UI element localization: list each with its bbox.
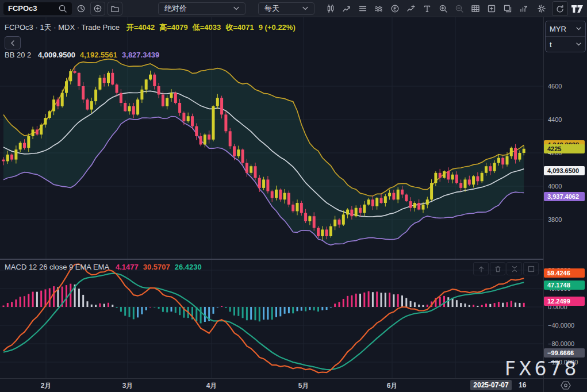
macd-value-2: 26.4230 bbox=[175, 263, 202, 271]
copy-button[interactable] bbox=[500, 2, 516, 16]
watchlist-folder-button[interactable] bbox=[108, 2, 122, 16]
chevron-left-icon bbox=[10, 40, 15, 46]
macd-label-3: −99.6666 bbox=[544, 348, 585, 358]
time-tick-5月: 5月 bbox=[298, 381, 309, 391]
economic-icon bbox=[390, 4, 400, 13]
macd-tick--40: −40.0000 bbox=[548, 322, 574, 329]
macd-histogram-layer bbox=[3, 284, 525, 324]
layouts-icon bbox=[358, 4, 367, 13]
price-tick-4000: 4000 bbox=[548, 183, 562, 190]
price-tick-4400: 4400 bbox=[548, 116, 562, 123]
maximize-pane-button[interactable] bbox=[523, 262, 539, 275]
candlestick-style-button[interactable] bbox=[323, 2, 339, 16]
bb-value-2: 3,827.3439 bbox=[122, 51, 159, 59]
layouts-button[interactable] bbox=[355, 2, 371, 16]
stats-icon bbox=[519, 4, 528, 13]
time-tick-3月: 3月 bbox=[122, 381, 133, 391]
symbol-search[interactable]: FCPOc3 bbox=[3, 2, 72, 15]
text-tool-icon bbox=[423, 4, 432, 13]
macd-pane[interactable]: MACD 12 26 close 9 EMA EMA 4.147730.5707… bbox=[0, 260, 543, 378]
pane-buttons bbox=[472, 262, 539, 275]
stats-button[interactable] bbox=[516, 2, 532, 16]
price-type-dropdown[interactable]: 绝对价 bbox=[158, 2, 245, 15]
collapse-pane-button[interactable] bbox=[507, 262, 522, 275]
time-tick-4月: 4月 bbox=[206, 381, 217, 391]
collapse-icon bbox=[511, 265, 519, 273]
ohlc-开: 开=4042 bbox=[126, 23, 155, 32]
price-scale[interactable]: 460044004200400038004,249.893842254,093.… bbox=[544, 17, 587, 259]
zoom-in-button[interactable] bbox=[435, 2, 451, 16]
symbol-input[interactable]: FCPOc3 bbox=[8, 4, 37, 13]
delete-pane-button[interactable] bbox=[490, 262, 505, 275]
recent-symbols-button[interactable] bbox=[74, 2, 88, 15]
chevron-down-icon bbox=[233, 6, 239, 10]
macd-label-0: 59.4246 bbox=[544, 268, 585, 278]
bollinger-bands-layer bbox=[3, 59, 524, 245]
macd-chart-canvas[interactable] bbox=[0, 260, 543, 378]
table-icon bbox=[471, 4, 480, 13]
back-button[interactable] bbox=[5, 36, 21, 49]
zoom-out-icon bbox=[455, 4, 464, 13]
price-label-2: 4,093.6500 bbox=[544, 166, 585, 175]
macd-label-1: 47.1748 bbox=[544, 280, 585, 290]
unit-dropdown[interactable]: t bbox=[546, 37, 585, 52]
macd-value-1: 30.5707 bbox=[143, 263, 170, 271]
chart-column: FCPOc3 · 1天 · MDX · Trade Price 开=4042高=… bbox=[0, 17, 543, 392]
price-label-1: 4225 bbox=[544, 144, 585, 153]
current-date-label: 2025-07-07 bbox=[470, 380, 512, 390]
fx678-watermark: FX678 bbox=[505, 358, 580, 380]
time-tick-6月: 6月 bbox=[387, 381, 398, 391]
price-tick-4600: 4600 bbox=[548, 83, 562, 90]
patterns-icon bbox=[374, 4, 383, 13]
interval-dropdown[interactable]: 每天 bbox=[258, 2, 314, 15]
ohlc-高: 高=4079 bbox=[159, 23, 188, 32]
change-value: 9 (+0.22%) bbox=[259, 23, 296, 32]
patterns-button[interactable] bbox=[371, 2, 387, 16]
snapshot-button[interactable] bbox=[484, 2, 500, 16]
chevron-down-icon bbox=[302, 6, 308, 10]
table-button[interactable] bbox=[467, 2, 484, 16]
indicators-button[interactable] bbox=[339, 2, 355, 16]
settings-button[interactable] bbox=[535, 2, 548, 15]
zoom-out-button[interactable] bbox=[451, 2, 467, 16]
price-pane[interactable]: FCPOc3 · 1天 · MDX · Trade Price 开=4042高=… bbox=[0, 17, 543, 259]
price-type-value: 绝对价 bbox=[164, 3, 187, 14]
move-pane-up-button[interactable] bbox=[473, 262, 489, 275]
indicators-icon bbox=[342, 4, 351, 13]
macd-indicator-title: MACD 12 26 close 9 EMA EMA bbox=[5, 263, 109, 271]
symbol-legend[interactable]: FCPOc3 · 1天 · MDX · Trade Price 开=4042高=… bbox=[5, 22, 296, 33]
economic-button[interactable] bbox=[387, 2, 403, 16]
axis-corner bbox=[544, 378, 587, 392]
time-tick-2月: 2月 bbox=[41, 381, 52, 391]
currency-dropdown[interactable]: MYR bbox=[546, 21, 585, 36]
hexagon-settings-icon[interactable] bbox=[560, 381, 571, 390]
chart-content: FCPOc3 · 1天 · MDX · Trade Price 开=4042高=… bbox=[0, 17, 587, 392]
toolbar-right-group bbox=[532, 0, 584, 17]
ohlc-values: 开=4042高=4079低=4033收=40719 (+0.22%) bbox=[122, 23, 296, 32]
undo-button[interactable] bbox=[552, 1, 568, 16]
trash-icon bbox=[494, 265, 502, 273]
bb-value-1: 4,192.5561 bbox=[80, 51, 117, 59]
undo-icon bbox=[555, 4, 565, 13]
bb-indicator-values: 4,009.95004,192.55613,827.3439 bbox=[33, 51, 159, 59]
chevron-down-icon bbox=[576, 43, 581, 46]
text-tool-button[interactable] bbox=[419, 2, 435, 16]
copy-icon bbox=[503, 4, 512, 13]
compare-icon bbox=[406, 4, 416, 13]
clock-icon bbox=[76, 4, 86, 13]
candlestick-style-icon bbox=[326, 4, 335, 13]
compare-button[interactable] bbox=[403, 2, 419, 16]
price-axis-column[interactable]: MYR t 460044004200400038004,249.89384225… bbox=[543, 17, 587, 392]
ohlc-低: 低=4033 bbox=[193, 23, 221, 32]
time-tick-16: 16 bbox=[519, 381, 526, 389]
tradingview-logo[interactable] bbox=[571, 5, 584, 13]
time-axis[interactable]: 2025-07-07 16 2月3月4月5月6月 bbox=[0, 378, 543, 392]
macd-indicator-legend[interactable]: MACD 12 26 close 9 EMA EMA 4.147730.5707… bbox=[5, 263, 202, 271]
folder-icon bbox=[110, 4, 120, 13]
maximize-icon bbox=[527, 265, 535, 273]
search-icon bbox=[58, 4, 67, 13]
bb-indicator-legend[interactable]: BB 20 2 4,009.95004,192.55613,827.3439 bbox=[5, 51, 159, 59]
unit-value: t bbox=[550, 40, 552, 49]
symbol-description: FCPOc3 · 1天 · MDX · Trade Price bbox=[5, 23, 120, 32]
add-symbol-button[interactable] bbox=[90, 2, 105, 16]
